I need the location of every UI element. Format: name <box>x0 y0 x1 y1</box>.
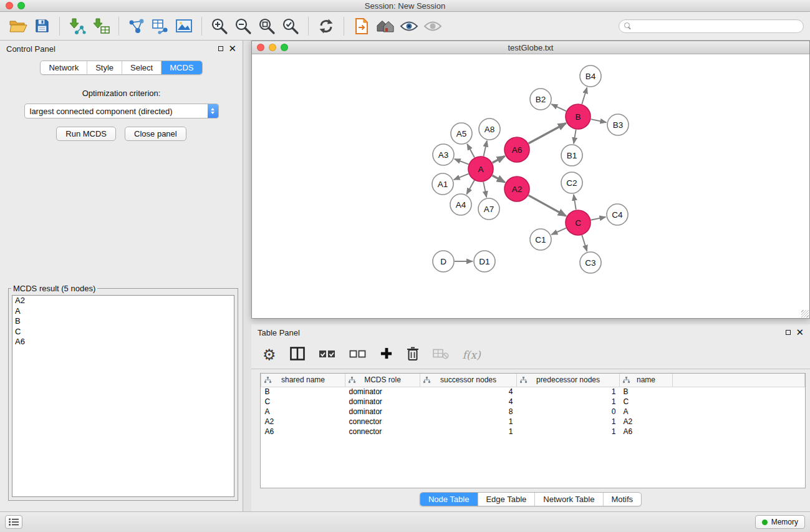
network-window-titlebar[interactable]: testGlobe.txt <box>252 41 809 54</box>
graph-node-B4[interactable]: B4 <box>580 65 601 87</box>
graph-edge-A-A7[interactable] <box>483 182 486 198</box>
table-cell[interactable]: connector <box>345 417 420 427</box>
zoom-window-button[interactable] <box>17 2 25 9</box>
mcds-result-item[interactable]: B <box>12 316 234 327</box>
graph-node-A[interactable]: A <box>468 157 493 181</box>
network-canvas[interactable]: B4B2BB3A5A8A6B1A3AC2A1A2A4A7C4CC1DD1C3 <box>253 55 809 317</box>
table-tab-node-table[interactable]: Node Table <box>420 493 478 506</box>
table-cell[interactable]: 1 <box>517 427 620 437</box>
table-cell[interactable]: 1 <box>420 417 517 427</box>
graph-node-C2[interactable]: C2 <box>561 172 582 193</box>
export-image-button[interactable] <box>172 15 196 37</box>
graph-edge-A-A4[interactable] <box>466 180 474 194</box>
graph-node-A5[interactable]: A5 <box>451 123 472 144</box>
table-cell[interactable]: dominator <box>345 397 420 407</box>
graph-edge-A-A2[interactable] <box>492 175 504 182</box>
table-row[interactable]: A6connector11A6 <box>261 427 805 437</box>
table-cell[interactable]: 1 <box>420 427 517 437</box>
column-header-predecessor-nodes[interactable]: predecessor nodes <box>517 374 620 387</box>
graph-node-A6[interactable]: A6 <box>504 137 529 162</box>
graph-node-C4[interactable]: C4 <box>607 204 628 225</box>
table-cell[interactable]: A2 <box>261 417 345 427</box>
view-visibility-button[interactable] <box>421 15 445 37</box>
graph-edge-A-A1[interactable] <box>454 174 469 180</box>
graph-edge-C-C1[interactable] <box>551 228 566 235</box>
float-panel-icon[interactable] <box>218 46 223 51</box>
table-tab-motifs[interactable]: Motifs <box>603 493 641 506</box>
zoom-fit-button[interactable] <box>255 15 279 37</box>
graph-edge-A-A6[interactable] <box>493 156 505 163</box>
table-cell[interactable]: 4 <box>420 387 517 397</box>
graph-node-A2[interactable]: A2 <box>504 177 529 201</box>
resize-grip[interactable] <box>801 310 809 317</box>
tab-mcds[interactable]: MCDS <box>162 61 201 74</box>
graph-node-A3[interactable]: A3 <box>433 144 454 165</box>
delete-column-icon[interactable] <box>407 346 419 364</box>
graph-edge-B-B3[interactable] <box>591 119 607 122</box>
run-mcds-button[interactable]: Run MCDS <box>56 127 116 141</box>
home-button[interactable] <box>374 15 397 37</box>
mcds-result-list[interactable]: A2ABCA6 <box>12 295 234 497</box>
table-cell[interactable]: A2 <box>620 417 673 427</box>
table-cell[interactable]: B <box>261 387 345 397</box>
graph-edge-A6-B[interactable] <box>528 123 566 143</box>
graph-node-B[interactable]: B <box>566 104 591 129</box>
table-cell[interactable]: 1 <box>517 397 620 407</box>
column-header-name[interactable]: name <box>620 374 673 387</box>
table-cell[interactable]: A <box>261 407 345 417</box>
float-table-panel-icon[interactable] <box>786 330 791 335</box>
table-cell[interactable]: A6 <box>620 427 673 437</box>
zoom-out-button[interactable] <box>231 15 255 37</box>
style-visibility-button[interactable] <box>397 15 421 37</box>
network-table-button[interactable] <box>148 15 172 37</box>
table-cell[interactable]: 1 <box>517 417 620 427</box>
table-cell[interactable]: C <box>261 397 345 407</box>
network-graph[interactable]: B4B2BB3A5A8A6B1A3AC2A1A2A4A7C4CC1DD1C3 <box>253 55 810 319</box>
import-network-file-button[interactable] <box>65 15 89 37</box>
tab-network[interactable]: Network <box>41 61 87 74</box>
graph-edge-A-A3[interactable] <box>455 159 469 165</box>
table-cell[interactable]: A6 <box>261 427 345 437</box>
table-cell[interactable]: dominator <box>345 407 420 417</box>
network-share-button[interactable] <box>125 15 148 37</box>
table-settings-gear-icon[interactable]: ⚙ <box>263 347 276 362</box>
graph-node-B2[interactable]: B2 <box>530 89 551 110</box>
graph-node-A7[interactable]: A7 <box>478 198 499 220</box>
optimization-criterion-dropdown[interactable]: largest connected component (directed) <box>24 104 219 118</box>
import-public-database-button[interactable] <box>350 15 374 37</box>
refresh-button[interactable] <box>314 15 338 37</box>
search-input[interactable] <box>635 22 798 31</box>
graph-edge-B-B2[interactable] <box>551 104 566 111</box>
task-history-button[interactable] <box>5 515 22 529</box>
table-cell[interactable]: 0 <box>517 407 620 417</box>
mcds-result-item[interactable]: C <box>12 327 234 337</box>
graph-edge-A2-C[interactable] <box>528 195 566 216</box>
table-tab-network-table[interactable]: Network Table <box>535 493 603 506</box>
table-row[interactable]: Adominator80A <box>261 407 805 417</box>
graph-edge-B-B1[interactable] <box>574 130 576 144</box>
open-session-button[interactable] <box>6 15 30 37</box>
zoom-selected-button[interactable] <box>279 15 302 37</box>
table-row[interactable]: A2connector11A2 <box>261 417 805 427</box>
zoom-in-button[interactable] <box>208 15 231 37</box>
column-header-shared-name[interactable]: shared name <box>261 374 345 387</box>
table-row[interactable]: Bdominator41B <box>261 387 805 397</box>
graph-edge-C-C2[interactable] <box>574 195 576 210</box>
graph-edge-A-A8[interactable] <box>483 141 486 157</box>
select-all-columns-icon[interactable] <box>319 348 335 362</box>
close-panel-icon[interactable]: ✕ <box>228 46 236 52</box>
graph-edge-C-C4[interactable] <box>591 217 606 220</box>
graph-node-A1[interactable]: A1 <box>432 173 453 195</box>
table-cell[interactable]: dominator <box>345 387 420 397</box>
close-window-button[interactable] <box>6 2 13 9</box>
tab-style[interactable]: Style <box>87 61 122 74</box>
table-cell[interactable]: C <box>620 397 673 407</box>
import-table-file-button[interactable] <box>89 15 113 37</box>
graph-node-D1[interactable]: D1 <box>474 251 495 272</box>
tab-select[interactable]: Select <box>122 61 162 74</box>
graph-node-B3[interactable]: B3 <box>607 114 629 135</box>
graph-edge-A-A5[interactable] <box>467 144 475 158</box>
graph-node-B1[interactable]: B1 <box>561 145 582 166</box>
graph-node-C1[interactable]: C1 <box>530 229 551 250</box>
column-header-mcds-role[interactable]: MCDS role <box>345 374 420 387</box>
